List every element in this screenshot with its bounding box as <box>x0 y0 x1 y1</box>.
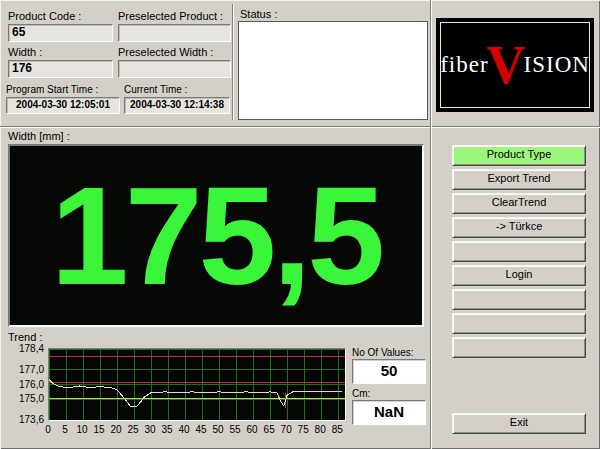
main-vertical-divider <box>430 0 431 449</box>
preselected-product-field <box>118 24 231 42</box>
trend-chart: 178,4177,0176,0175,0173,6 05101520253035… <box>8 340 348 440</box>
trend-y-tick-label: 176,0 <box>8 379 44 390</box>
status-box <box>238 21 428 120</box>
language-toggle-button[interactable]: -> Türkce <box>452 217 586 238</box>
no-of-values-label: No Of Values: <box>352 347 414 358</box>
product-type-button[interactable]: Product Type <box>452 145 586 166</box>
cm-label: Cm: <box>352 388 370 399</box>
width-field: 176 <box>8 60 113 78</box>
no-of-values-field[interactable]: 50 <box>352 359 426 384</box>
preselected-product-label: Preselected Product : <box>118 10 223 22</box>
trend-x-tick-label: 85 <box>327 424 347 435</box>
width-label: Width : <box>8 46 42 58</box>
blank-button-3[interactable] <box>452 313 586 334</box>
login-button[interactable]: Login <box>452 265 586 286</box>
clear-trend-button[interactable]: ClearTrend <box>452 193 586 214</box>
fibervision-logo: fiber V ISION <box>436 18 594 112</box>
product-code-label: Product Code : <box>8 10 81 22</box>
current-time-field: 2004-03-30 12:14:38 <box>124 97 230 114</box>
trend-plot-area <box>48 348 346 421</box>
program-start-time-label: Program Start Time : <box>6 84 98 95</box>
logo-text-suffix: ISION <box>524 52 590 78</box>
trend-y-tick-label: 178,4 <box>8 343 44 354</box>
logo-accent: V <box>487 38 526 92</box>
export-trend-button[interactable]: Export Trend <box>452 169 586 190</box>
info-status-divider <box>232 4 233 120</box>
top-horizontal-divider <box>0 126 430 127</box>
blank-button-2[interactable] <box>452 289 586 310</box>
logo-text-prefix: fiber <box>440 52 488 78</box>
preselected-width-label: Preselected Width : <box>118 46 213 58</box>
status-label: Status : <box>240 8 277 20</box>
fibervision-window: { "colors": { "window_bg": "#d4d0c8", "b… <box>0 0 600 449</box>
preselected-width-field <box>118 60 231 78</box>
width-display: 175,5 <box>8 144 424 327</box>
trend-x-axis: 0510152025303540455055606570758085 <box>48 424 346 436</box>
trend-plot-svg <box>49 349 345 420</box>
blank-button-1[interactable] <box>452 241 586 262</box>
program-start-time-field: 2004-03-30 12:05:01 <box>6 97 120 114</box>
trend-y-tick-label: 175,0 <box>8 393 44 404</box>
current-time-label: Current Time : <box>124 84 187 95</box>
exit-button[interactable]: Exit <box>452 413 586 434</box>
fibervision-logo-frame: fiber V ISION <box>440 22 590 108</box>
width-display-label: Width [mm] : <box>8 130 70 142</box>
cm-field: NaN <box>352 400 426 425</box>
product-code-field: 65 <box>8 24 113 42</box>
trend-y-tick-label: 177,0 <box>8 364 44 375</box>
right-horizontal-divider <box>432 126 600 127</box>
width-display-value: 175,5 <box>10 146 422 325</box>
trend-y-axis: 178,4177,0176,0175,0173,6 <box>8 340 44 430</box>
blank-button-4[interactable] <box>452 337 586 358</box>
